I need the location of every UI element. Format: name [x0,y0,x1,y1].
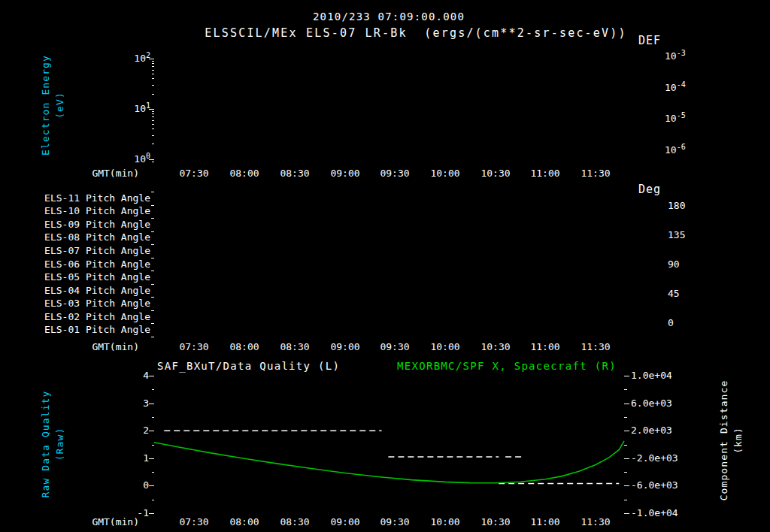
spacecraft-series-title: MEXORBMC/SPF X, Spacecraft (R) [397,359,617,373]
x-tick-label: 11:00 [523,515,568,529]
def-tick-label: 10-6 [665,144,686,158]
component-distance-axis-label: Component Distance (km) [717,380,745,501]
els-spectrogram-plot: 2010/233 07:09:00.000 ELSSCIL/MEx ELS-07… [0,0,770,532]
x-tick-label: 09:30 [372,167,417,180]
distance-tick-label: 2.0e+03 [631,424,672,437]
def-tick-label: 10-4 [665,81,686,95]
x-tick-label: 11:30 [573,515,618,529]
energy-tick-label: 101 [117,102,150,116]
x-tick-label: 09:30 [372,340,417,354]
x-tick-label: 10:00 [423,167,468,180]
x-tick-label: 08:30 [272,515,317,529]
pitch-row-label: ELS-08 Pitch Angle [42,231,150,244]
gmt-label-spectrogram: GMT(min) [77,167,139,180]
distance-tick-label: 1.0e+04 [631,369,672,382]
x-tick-label: 09:00 [323,167,368,180]
spacecraft-x-distance-curve [154,441,624,483]
quality-series-title: SAF_BXuT/Data Quality (L) [157,359,340,373]
pitch-row-label: ELS-02 Pitch Angle [42,310,150,324]
electron-energy-axis-label-line1: Electron Energy [38,55,53,156]
energy-tick-label: 102 [117,52,150,66]
quality-tick-label: 2 [125,424,149,437]
x-tick-label: 10:30 [473,340,518,354]
x-tick-label: 07:30 [171,167,217,180]
deg-tick-label: 45 [668,287,680,301]
x-tick-label: 10:30 [473,515,518,529]
pitch-row-label: ELS-06 Pitch Angle [42,258,150,271]
def-tick-label: 10-5 [665,112,686,126]
x-tick-label: 11:00 [523,340,568,354]
raw-data-quality-axis-label-line2: (Raw) [53,391,67,498]
x-tick-label: 10:00 [423,515,468,529]
plot-subtitle: ELSSCIL/MEx ELS-07 LR-Bk (ergs/(cm**2-sr… [205,26,627,40]
pitch-row-label: ELS-05 Pitch Angle [42,271,150,284]
deg-tick-label: 90 [668,258,680,271]
electron-energy-axis-label: Electron Energy (eV) [38,55,67,156]
electron-energy-spectrogram-heatmap [154,49,624,162]
x-tick-label: 11:30 [573,340,618,354]
deg-tick-label: 180 [668,199,685,213]
distance-tick-label: -2.0e+03 [631,452,678,465]
deg-colorbar-title: Deg [638,183,661,196]
component-distance-axis-label-line1: Component Distance [717,380,731,501]
pitch-row-label: ELS-09 Pitch Angle [42,218,150,231]
pitch-angle-heatmap [154,192,624,337]
x-tick-label: 08:00 [222,515,267,529]
pitch-row-label: ELS-07 Pitch Angle [42,244,150,258]
def-tick-label: 10-3 [665,50,686,64]
x-tick-label: 07:30 [171,515,217,529]
x-tick-label: 08:00 [222,167,267,180]
raw-data-quality-axis-label: Raw Data Quality (Raw) [38,391,67,498]
x-tick-label: 08:30 [272,340,317,354]
x-tick-label: 11:00 [523,167,568,180]
electron-energy-axis-label-line2: (eV) [53,55,67,156]
energy-tick-label: 100 [117,153,150,167]
distance-tick-label: -6.0e+03 [631,479,678,492]
deg-tick-label: 0 [668,316,674,330]
x-tick-label: 08:00 [222,340,267,354]
x-tick-label: 11:30 [573,167,618,180]
x-tick-label: 07:30 [171,340,217,354]
def-colorbar-title: DEF [638,34,661,47]
pitch-row-label: ELS-10 Pitch Angle [42,204,150,218]
quality-tick-label: 4 [125,369,149,382]
x-tick-label: 09:30 [372,515,417,529]
pitch-row-label: ELS-03 Pitch Angle [42,297,150,310]
pitch-row-label: ELS-11 Pitch Angle [42,192,150,205]
quality-tick-label: 3 [125,397,149,410]
x-tick-label: 09:00 [323,515,368,529]
x-tick-label: 09:00 [323,340,368,354]
distance-tick-label: 6.0e+03 [631,397,672,410]
quality-tick-label: 1 [125,452,149,465]
component-distance-axis-label-line2: (km) [731,380,745,501]
quality-tick-label: 0 [125,479,149,492]
deg-colorbar [638,200,660,329]
pitch-row-label: ELS-04 Pitch Angle [42,284,150,298]
distance-tick-label: -1.0e+04 [631,506,678,520]
x-tick-label: 08:30 [272,167,317,180]
x-tick-label: 10:30 [473,167,518,180]
pitch-row-label: ELS-01 Pitch Angle [42,323,150,337]
gmt-label-pitch: GMT(min) [77,340,139,354]
quality-tick-label: -1 [125,506,149,520]
raw-data-quality-axis-label-line1: Raw Data Quality [38,391,53,498]
def-colorbar [638,51,660,154]
x-tick-label: 10:00 [423,340,468,354]
deg-tick-label: 135 [668,228,685,242]
page-title: 2010/233 07:09:00.000 [313,10,465,23]
